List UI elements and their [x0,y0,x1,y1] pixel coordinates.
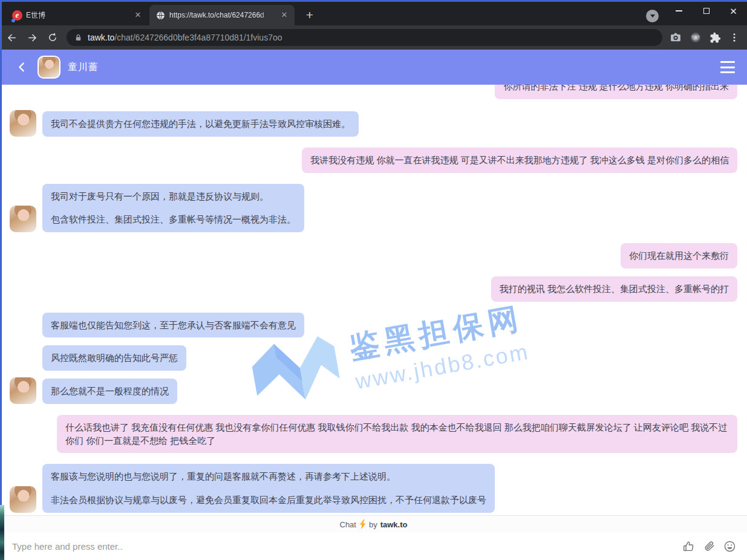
chevron-left-icon [16,60,29,74]
tawkto-brand-link[interactable]: tawk.to [380,520,408,529]
forward-arrow-icon [27,32,38,44]
chat-footer: Chat by tawk.to [0,515,747,533]
url-text: tawk.to/chat/6247266d0bfe3f4a87710d81/1f… [88,33,282,42]
chat-bubble-left: 客服端也仅能告知您到这，至于您承认与否客服端不会有意见 [42,313,304,338]
url-domain: tawk.to [88,33,114,42]
chat-bubble-right: 我讲我没有违规 你就一直在讲我违规 可是又讲不出来我那地方违规了 我冲这么多钱 … [302,148,737,173]
chat-bubble-left: 风控既然敢明确的告知此号严惩 [42,345,186,371]
footer-chat-label: Chat [340,520,356,529]
message-group: 什么话我也讲了 我充值没有任何优惠 我也没有拿你们任何优惠 我取钱你们不给我出款… [10,415,737,454]
footer-by-label: by [369,520,377,529]
agent-avatar [38,56,60,79]
back-button[interactable] [2,28,21,47]
chat-bubble-right: 我打的视讯 我怎么软件投注、集团式投注、多重帐号的打 [491,276,737,302]
message-group: 我司不会提供贵方任何您违规的手法，以避免更新手法导致风控审核困难。 [10,110,737,137]
window-top-border [0,0,747,2]
tab-tawkto-chat[interactable]: https://tawk.to/chat/6247266d ✕ [149,5,295,25]
reload-icon [47,32,58,43]
close-icon: ✕ [729,7,737,16]
tab-close-icon[interactable]: ✕ [279,10,290,21]
minimize-icon [676,10,682,11]
chat-bubble-left: 我司不会提供贵方任何您违规的手法，以避免更新手法导致风控审核困难。 [42,111,359,137]
message-group: 客服该与您说明的也与您说明了，重复的问题客服就不再赘述，再请参考下上述说明。非法… [10,464,737,513]
attach-file-button[interactable] [702,540,716,553]
chat-bubble-right: 你们现在就用这个来敷衍 [621,243,737,269]
chat-bubble-left: 那么您就不是一般程度的情况 [42,379,177,404]
tab-eshibo[interactable]: e E世博 ✕ [6,5,148,25]
globe-favicon-icon [155,10,166,21]
message-input[interactable] [12,541,682,552]
tab-close-icon[interactable]: ✕ [132,10,143,21]
url-path: /chat/6247266d0bfe3f4a87710d81/1fvius7oo [114,33,282,42]
agent-avatar [10,110,36,137]
chat-bubble-right: 你所谓的非法下注 违规 是什么地方违规 你明确的指出来 [495,85,737,99]
screenshot-extension-icon[interactable] [670,31,682,44]
tab-search-button[interactable] [646,10,659,22]
message-composer [0,533,747,560]
message-group: 我司对于废号只有一个原因，那就是违反协议与规则。包含软件投注、集团式投注、多重帐… [10,184,737,233]
chat-back-button[interactable] [15,59,30,75]
chat-bubble-left: 客服该与您说明的也与您说明了，重复的问题客服就不再赘述，再请参考下上述说明。非法… [42,464,495,513]
extensions-puzzle-icon[interactable] [709,32,721,44]
agent-avatar [10,377,36,404]
browser-menu-icon[interactable] [729,32,740,43]
chat-header: 童川蔷 [0,50,747,85]
chat-bubble-right: 什么话我也讲了 我充值没有任何优惠 我也没有拿你们任何优惠 我取钱你们不给我出款… [57,415,737,454]
chat-bubble-left: 我司对于废号只有一个原因，那就是违反协议与规则。包含软件投注、集团式投注、多重帐… [42,184,304,233]
window-left-border [0,2,2,505]
agent-avatar [10,206,36,232]
thumbs-up-icon [682,540,695,553]
eshibo-favicon-icon: e [12,10,22,21]
chat-menu-button[interactable] [720,61,735,73]
extension-globe-icon[interactable] [690,31,702,44]
window-close-button[interactable]: ✕ [720,2,747,20]
forward-button[interactable] [23,28,41,47]
message-group: 我讲我没有违规 你就一直在讲我违规 可是又讲不出来我那地方违规了 我冲这么多钱 … [10,148,737,173]
address-bar[interactable]: tawk.to/chat/6247266d0bfe3f4a87710d81/1f… [67,29,662,46]
emoji-button[interactable] [723,540,736,553]
message-group: 客服端也仅能告知您到这，至于您承认与否客服端不会有意见风控既然敢明确的告知此号严… [10,313,737,404]
smiley-icon [723,540,736,553]
message-list: 你所谓的非法下注 违规 是什么地方违规 你明确的指出来我司不会提供贵方任何您违规… [0,85,747,513]
chat-message-area[interactable]: 你所谓的非法下注 违规 是什么地方违规 你明确的指出来我司不会提供贵方任何您违规… [0,85,747,515]
maximize-icon [703,8,709,14]
agent-avatar [10,486,36,513]
reload-button[interactable] [44,28,62,47]
lightning-icon [359,519,366,529]
hamburger-icon [720,61,735,63]
window-minimize-button[interactable] [665,2,693,20]
lock-icon [74,33,83,42]
chevron-down-icon [650,15,655,18]
thumbs-up-button[interactable] [682,540,695,553]
browser-tab-bar: e E世博 ✕ https://tawk.to/chat/6247266d ✕ … [0,0,747,25]
message-group: 你们现在就用这个来敷衍我打的视讯 我怎么软件投注、集团式投注、多重帐号的打 [10,243,737,302]
message-group: 你所谓的非法下注 违规 是什么地方违规 你明确的指出来 [10,85,737,99]
tab-title: https://tawk.to/chat/6247266d [169,11,275,19]
tab-title: E世博 [26,10,129,21]
window-maximize-button[interactable] [693,2,720,20]
new-tab-button[interactable]: + [302,7,318,23]
desktop-background-strip [0,505,4,560]
agent-name: 童川蔷 [68,61,99,74]
back-arrow-icon [6,32,18,44]
paperclip-icon [703,540,716,553]
browser-toolbar: tawk.to/chat/6247266d0bfe3f4a87710d81/1f… [0,25,747,50]
